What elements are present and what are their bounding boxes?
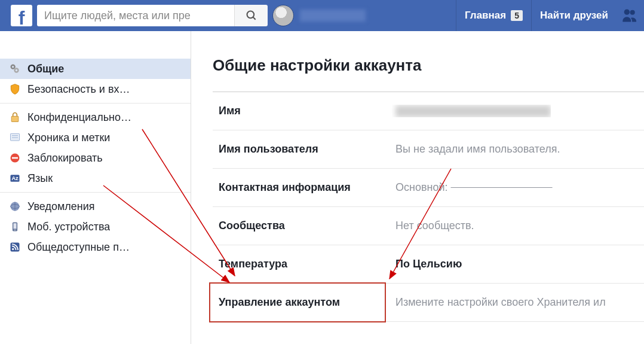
lock-icon (8, 111, 22, 124)
row-label: Управление аккаунтом (213, 296, 392, 309)
svg-line-1 (253, 17, 255, 20)
svg-point-19 (14, 230, 16, 231)
temperature-value: По Цельсию (395, 258, 462, 270)
sidebar-item-label: Конфиденциально… (27, 111, 131, 124)
svg-rect-6 (11, 116, 19, 121)
sidebar-item-label: Хроника и метки (27, 132, 110, 144)
row-temperature[interactable]: Температура По Цельсию (213, 245, 644, 284)
row-label: Контактная информация (213, 181, 392, 194)
svg-point-21 (12, 248, 14, 250)
row-username[interactable]: Имя пользователя Вы не задали имя пользо… (213, 130, 644, 169)
sidebar-item-blocking[interactable]: Заблокировать (0, 148, 191, 168)
profile-name[interactable] (300, 10, 366, 22)
row-contact[interactable]: Контактная информация Основной: (213, 169, 644, 207)
search-bar (37, 5, 268, 26)
settings-sidebar: Общие Безопасность и вх… Конфиденциально… (0, 31, 191, 344)
sidebar-item-label: Уведомления (27, 200, 95, 213)
row-value: Основной: (392, 181, 553, 194)
contact-prefix: Основной: (395, 181, 451, 193)
sidebar-group-1: Общие Безопасность и вх… (0, 55, 191, 103)
nav-find-friends-label: Найти друзей (540, 10, 608, 22)
row-value (392, 105, 551, 117)
svg-text:Az: Az (11, 175, 19, 181)
sidebar-item-mobile[interactable]: Моб. устройства (0, 217, 191, 237)
row-value: По Цельсию (392, 258, 462, 270)
sidebar-item-timeline[interactable]: Хроника и метки (0, 127, 191, 148)
sidebar-item-notifications[interactable]: Уведомления (0, 196, 191, 217)
nav-home-badge: 5 (511, 10, 523, 21)
block-icon (8, 151, 22, 165)
svg-point-0 (247, 11, 254, 19)
page-title: Общие настройки аккаунта (213, 56, 644, 92)
gear-icon (8, 62, 22, 75)
sidebar-item-privacy[interactable]: Конфиденциально… (0, 107, 191, 127)
svg-rect-18 (14, 223, 17, 229)
row-networks[interactable]: Сообщества Нет сообществ. (213, 207, 644, 245)
search-button[interactable] (234, 5, 268, 26)
sidebar-item-security[interactable]: Безопасность и вх… (0, 79, 191, 99)
timeline-icon (8, 131, 22, 144)
sidebar-item-label: Безопасность и вх… (27, 83, 130, 96)
sidebar-item-label: Моб. устройства (27, 221, 110, 233)
row-value: Вы не задали имя пользователя. (392, 143, 560, 156)
sidebar-group-2: Конфиденциально… Хроника и метки Заблоки… (0, 103, 191, 193)
row-value: Нет сообществ. (392, 220, 474, 232)
rss-icon (8, 241, 22, 254)
row-label: Имя пользователя (213, 143, 392, 156)
settings-table: Имя Имя пользователя Вы не задали имя по… (213, 92, 644, 322)
sidebar-item-label: Заблокировать (27, 152, 103, 165)
svg-point-3 (12, 66, 14, 68)
row-label: Имя (213, 105, 392, 117)
friend-requests-icon[interactable] (621, 7, 638, 24)
settings-main: Общие настройки аккаунта Имя Имя пользов… (191, 31, 644, 344)
mobile-icon (8, 220, 22, 233)
shield-icon (8, 83, 22, 96)
sidebar-item-label: Язык (27, 172, 53, 185)
sidebar-group-3: Уведомления Моб. устройства Общедоступны… (0, 193, 191, 261)
row-label: Температура (213, 258, 392, 270)
row-manage-account[interactable]: Управление аккаунтом Измените настройки … (213, 284, 644, 322)
nav-home-label: Главная (465, 10, 506, 22)
svg-rect-7 (11, 133, 20, 141)
row-value: Измените настройки своего Хранителя ил (392, 296, 606, 309)
sidebar-item-label: Общие (27, 63, 64, 75)
nav-find-friends[interactable]: Найти друзей (531, 0, 617, 31)
search-input[interactable] (37, 5, 234, 26)
language-icon: Az (8, 172, 22, 185)
svg-rect-11 (12, 157, 18, 159)
nav-home[interactable]: Главная 5 (456, 0, 531, 31)
top-nav: f Главная 5 Найти друзей (0, 0, 644, 31)
globe-icon (8, 200, 22, 213)
search-icon (246, 10, 257, 22)
row-label: Сообщества (213, 220, 392, 232)
sidebar-item-publicposts[interactable]: Общедоступные п… (0, 237, 191, 257)
contact-email-redacted (451, 181, 553, 193)
sidebar-item-language[interactable]: Az Язык (0, 168, 191, 188)
row-name[interactable]: Имя (213, 92, 644, 130)
facebook-logo[interactable]: f (11, 5, 32, 26)
sidebar-item-general[interactable]: Общие (0, 59, 191, 79)
svg-point-5 (16, 69, 17, 71)
sidebar-item-label: Общедоступные п… (27, 241, 130, 254)
profile-avatar[interactable] (272, 5, 294, 26)
